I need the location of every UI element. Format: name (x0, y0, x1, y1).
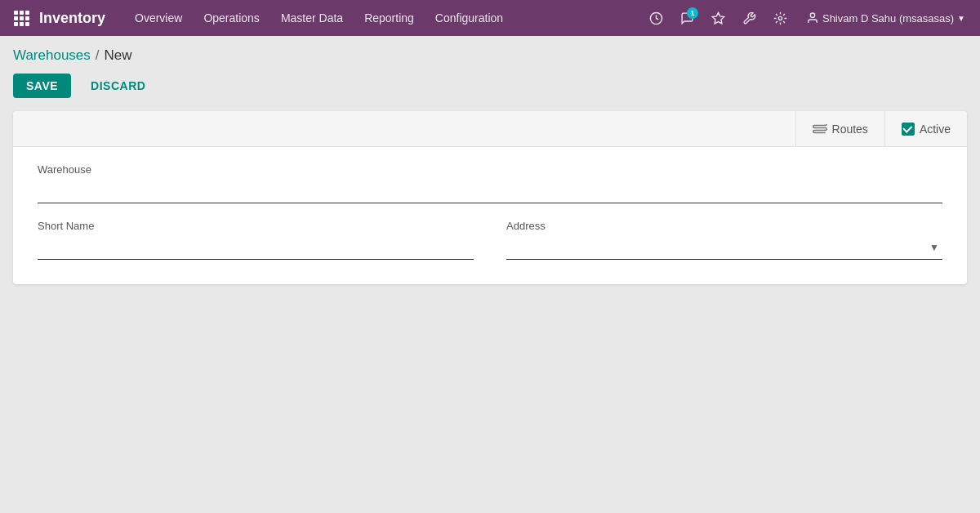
short-name-label: Short Name (38, 220, 474, 232)
active-check-icon (902, 123, 915, 136)
warehouse-label: Warehouse (38, 163, 942, 176)
navbar-right: 1 Shivam D Sahu (msasasas) ▼ (644, 6, 972, 30)
address-select-wrapper: ▼ (506, 235, 942, 260)
grid-icon (14, 11, 29, 26)
nav-reporting[interactable]: Reporting (354, 7, 424, 29)
short-name-col: Short Name (38, 220, 474, 260)
nav-operations[interactable]: Operations (194, 7, 269, 29)
chat-button[interactable]: 1 (675, 6, 700, 30)
active-label: Active (920, 123, 951, 136)
short-name-input[interactable] (38, 235, 474, 260)
save-button[interactable]: SAVE (13, 74, 71, 98)
form-body: Warehouse Short Name Address ▼ (13, 147, 967, 284)
user-name: Shivam D Sahu (msasasas) (822, 12, 954, 25)
address-label: Address (506, 220, 942, 232)
nav-menu: Overview Operations Master Data Reportin… (125, 7, 644, 29)
breadcrumb-current: New (105, 47, 132, 64)
tools-button[interactable] (737, 6, 762, 30)
app-title: Inventory (39, 10, 105, 27)
user-menu[interactable]: Shivam D Sahu (msasasas) ▼ (800, 8, 972, 28)
address-select[interactable] (506, 235, 942, 260)
app-menu-button[interactable] (8, 5, 34, 31)
nav-master-data[interactable]: Master Data (271, 7, 353, 29)
breadcrumb-separator: / (96, 47, 100, 64)
nav-configuration[interactable]: Configuration (425, 7, 513, 29)
navbar: Inventory Overview Operations Master Dat… (0, 0, 980, 36)
form-card: Routes Active Warehouse Short Name (13, 111, 967, 284)
warehouse-field-group: Warehouse (38, 163, 942, 203)
debug-button[interactable] (768, 6, 793, 30)
nav-overview[interactable]: Overview (125, 7, 192, 29)
breadcrumb: Warehouses / New (13, 47, 967, 64)
clock-button[interactable] (644, 6, 669, 30)
star-button[interactable] (706, 6, 731, 30)
routes-icon (813, 122, 827, 136)
card-top-bar: Routes Active (13, 111, 967, 147)
warehouse-input[interactable] (38, 179, 942, 203)
form-row-2: Short Name Address ▼ (38, 220, 942, 260)
action-buttons: SAVE DISCARD (13, 74, 967, 98)
discard-button[interactable]: DISCARD (78, 74, 158, 98)
svg-point-2 (779, 16, 782, 20)
breadcrumb-parent[interactable]: Warehouses (13, 47, 91, 64)
svg-marker-1 (713, 12, 724, 23)
svg-point-3 (810, 13, 814, 17)
address-col: Address ▼ (506, 220, 942, 260)
chat-badge: 1 (687, 7, 698, 19)
active-button[interactable]: Active (884, 111, 967, 146)
user-dropdown-icon: ▼ (957, 14, 965, 23)
routes-label: Routes (832, 123, 868, 136)
routes-button[interactable]: Routes (795, 111, 884, 146)
content-area: Warehouses / New SAVE DISCARD Routes Act… (0, 36, 980, 296)
